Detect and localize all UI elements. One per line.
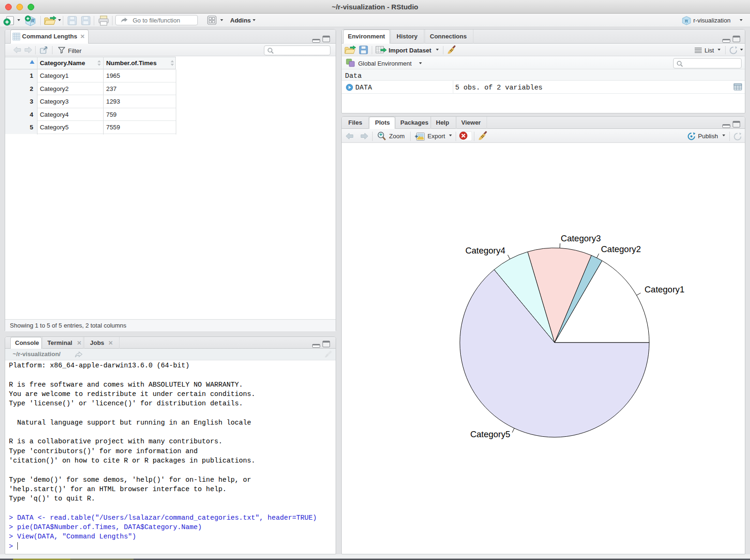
- svg-text:Category3: Category3: [561, 233, 600, 243]
- svg-text:R: R: [685, 18, 688, 23]
- svg-text:Category5: Category5: [470, 429, 510, 439]
- svg-text:Category1: Category1: [645, 284, 684, 294]
- svg-text:Category2: Category2: [601, 244, 641, 254]
- svg-text:R: R: [31, 18, 35, 23]
- svg-text:Category4: Category4: [465, 246, 505, 255]
